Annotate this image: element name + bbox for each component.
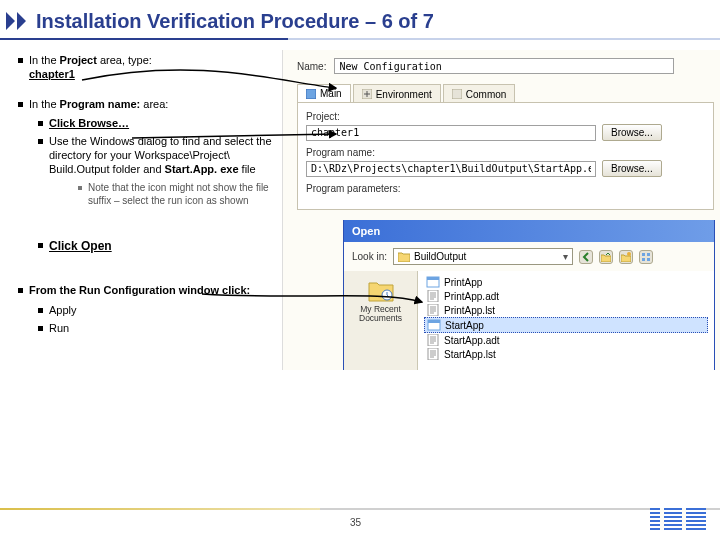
open-dialog: Open Look in: BuildOutput ▾: [343, 220, 715, 370]
svg-rect-12: [428, 304, 438, 316]
exe-file-icon: [427, 319, 441, 331]
svg-rect-4: [642, 253, 645, 256]
file-row[interactable]: StartApp.lst: [424, 347, 708, 361]
svg-rect-6: [642, 258, 645, 261]
text: area:: [140, 98, 168, 110]
svg-rect-11: [428, 290, 438, 302]
file-row[interactable]: PrintApp.adt: [424, 289, 708, 303]
bullet-icon: [38, 121, 43, 126]
text: From the Run Configuration window click:: [29, 284, 250, 298]
lookin-select[interactable]: BuildOutput ▾: [393, 248, 573, 265]
doc-file-icon: [426, 348, 440, 360]
bullet-icon: [18, 58, 23, 63]
file-list[interactable]: PrintAppPrintApp.adtPrintApp.lstStartApp…: [418, 271, 714, 370]
new-folder-icon[interactable]: [619, 250, 633, 264]
tab-common[interactable]: Common: [443, 84, 516, 103]
back-icon[interactable]: [579, 250, 593, 264]
main-tab-panel: Project: Browse... Program name: Browse.…: [297, 102, 714, 210]
recent-docs-icon: [367, 279, 395, 303]
doc-file-icon: [426, 290, 440, 302]
ibm-logo: [650, 508, 706, 534]
browse-project-button[interactable]: Browse...: [602, 124, 662, 141]
svg-rect-2: [452, 89, 462, 99]
bullet-icon: [38, 139, 43, 144]
svg-rect-15: [428, 334, 438, 346]
program-label: Program name:: [306, 147, 705, 158]
note-text: Note that the icon might not show the fi…: [88, 182, 276, 207]
tab-label: Main: [320, 88, 342, 99]
text: Program name:: [60, 98, 141, 110]
browse-program-button[interactable]: Browse...: [602, 160, 662, 177]
open-dialog-title: Open: [344, 220, 714, 242]
svg-rect-10: [427, 277, 439, 280]
page-number: 35: [350, 517, 361, 528]
file-name: StartApp.adt: [444, 335, 500, 346]
svg-rect-19: [650, 516, 706, 518]
doc-file-icon: [426, 304, 440, 316]
lookin-label: Look in:: [352, 251, 387, 262]
file-name: PrintApp.lst: [444, 305, 495, 316]
svg-rect-16: [428, 348, 438, 360]
file-name: StartApp.lst: [444, 349, 496, 360]
recent-docs-label: My Recent Documents: [344, 305, 417, 324]
file-name: StartApp: [445, 320, 484, 331]
page-title: Installation Verification Procedure – 6 …: [0, 0, 720, 39]
params-label: Program parameters:: [306, 183, 705, 194]
text: Run: [49, 322, 69, 336]
text: chapter1: [29, 68, 75, 80]
svg-rect-18: [650, 512, 706, 514]
file-row[interactable]: StartApp: [424, 317, 708, 333]
file-row[interactable]: PrintApp.lst: [424, 303, 708, 317]
file-row[interactable]: PrintApp: [424, 275, 708, 289]
text: Start.App. exe: [165, 163, 239, 175]
bullet-2: In the Program name: area: Click Browse……: [18, 98, 276, 255]
text: file: [239, 163, 256, 175]
bullet-1: In the Project area, type: chapter1: [18, 54, 276, 82]
title-divider: [0, 38, 720, 40]
svg-rect-23: [660, 508, 664, 530]
text: In the: [29, 54, 60, 66]
bullet-icon: [38, 243, 43, 248]
svg-rect-20: [650, 520, 706, 522]
file-row[interactable]: StartApp.adt: [424, 333, 708, 347]
places-sidebar[interactable]: My Recent Documents: [344, 271, 418, 370]
file-name: PrintApp.adt: [444, 291, 499, 302]
project-label: Project:: [306, 111, 705, 122]
tab-environment[interactable]: Environment: [353, 84, 441, 103]
bullet-icon: [38, 326, 43, 331]
svg-rect-0: [306, 89, 316, 99]
program-input[interactable]: [306, 161, 596, 177]
bullet-icon: [78, 186, 82, 190]
tab-main[interactable]: Main: [297, 84, 351, 103]
tab-label: Environment: [376, 89, 432, 100]
text: Apply: [49, 304, 77, 318]
name-label: Name:: [297, 61, 326, 72]
common-tab-icon: [452, 89, 462, 99]
screenshot-run-config: Name: Main Environment Common Project: B…: [282, 50, 720, 370]
slide-bullet-icon: [6, 12, 28, 30]
name-input[interactable]: [334, 58, 674, 74]
project-input[interactable]: [306, 125, 596, 141]
lookin-value: BuildOutput: [414, 251, 466, 262]
svg-point-3: [627, 252, 631, 256]
exe-file-icon: [426, 276, 440, 288]
text: area, type:: [97, 54, 152, 66]
tab-label: Common: [466, 89, 507, 100]
file-name: PrintApp: [444, 277, 482, 288]
env-tab-icon: [362, 89, 372, 99]
chevron-down-icon: ▾: [563, 251, 568, 262]
svg-rect-5: [647, 253, 650, 256]
bullet-icon: [18, 288, 23, 293]
folder-icon: [398, 252, 410, 262]
svg-rect-22: [650, 528, 706, 530]
svg-rect-7: [647, 258, 650, 261]
up-folder-icon[interactable]: [599, 250, 613, 264]
view-menu-icon[interactable]: [639, 250, 653, 264]
svg-rect-21: [650, 524, 706, 526]
text: Click Browse…: [49, 117, 129, 131]
bullet-icon: [18, 102, 23, 107]
bullet-icon: [38, 308, 43, 313]
svg-rect-24: [682, 508, 686, 530]
main-tab-icon: [306, 89, 316, 99]
svg-rect-14: [428, 320, 440, 323]
